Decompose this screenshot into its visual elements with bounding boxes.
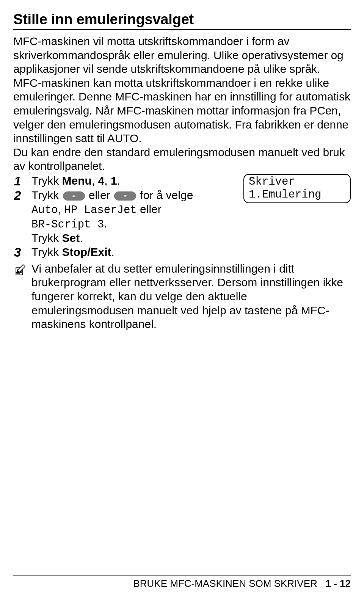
- down-arrow-icon: [114, 191, 136, 201]
- note-text: Vi anbefaler at du setter emuleringsinns…: [31, 262, 351, 331]
- text: .: [111, 246, 115, 258]
- text: .: [80, 232, 83, 244]
- lcd-line-1: Skriver: [249, 176, 345, 188]
- text: .: [117, 174, 120, 187]
- option-auto: Auto: [31, 204, 58, 216]
- pencil-note-icon: [13, 262, 31, 278]
- page-footer: BRUKE MFC-MASKINEN SOM SKRIVER 1 - 12: [13, 575, 351, 590]
- text: ,: [92, 174, 98, 187]
- text: Trykk: [31, 189, 62, 201]
- step-number: 3: [13, 245, 31, 260]
- lcd-display: Skriver 1.Emulering: [243, 174, 351, 203]
- menu-key: Menu: [62, 174, 92, 187]
- step-3: 3 Trykk Stop/Exit.: [13, 245, 351, 260]
- text: .: [104, 217, 107, 230]
- key-1: 1: [111, 174, 117, 187]
- key-4: 4: [98, 174, 105, 187]
- note-block: Vi anbefaler at du setter emuleringsinns…: [13, 262, 351, 331]
- footer-chapter-title: BRUKE MFC-MASKINEN SOM SKRIVER: [133, 578, 317, 589]
- stop-exit-key: Stop/Exit: [62, 246, 111, 258]
- set-key: Set: [62, 232, 80, 244]
- step-number: 2: [13, 188, 31, 203]
- text: ,: [58, 203, 64, 215]
- intro-paragraph-1: MFC-maskinen vil motta utskriftskommando…: [13, 34, 351, 146]
- footer-page-number: 1 - 12: [326, 578, 351, 589]
- text: eller: [86, 189, 113, 201]
- step-content: Trykk Stop/Exit.: [31, 245, 351, 259]
- text: ,: [104, 174, 111, 187]
- footer-divider: [13, 575, 351, 575]
- step-number: 1: [13, 174, 31, 188]
- up-arrow-icon: [63, 191, 85, 201]
- option-hp-laserjet: HP LaserJet: [64, 204, 136, 216]
- option-br-script-3: BR-Script 3: [31, 218, 104, 231]
- section-heading: Stille inn emuleringsvalget: [13, 11, 351, 30]
- footer-text: BRUKE MFC-MASKINEN SOM SKRIVER 1 - 12: [13, 578, 351, 590]
- text: eller: [137, 203, 162, 215]
- steps-container: Skriver 1.Emulering 1 Trykk Menu, 4, 1. …: [13, 174, 351, 260]
- text: for å velge: [137, 189, 193, 201]
- text: Trykk: [31, 246, 62, 258]
- intro-paragraph-2: Du kan endre den standard emuleringsmodu…: [13, 146, 351, 173]
- text: Trykk: [31, 232, 62, 244]
- lcd-line-2: 1.Emulering: [249, 188, 345, 201]
- text: Trykk: [31, 174, 62, 187]
